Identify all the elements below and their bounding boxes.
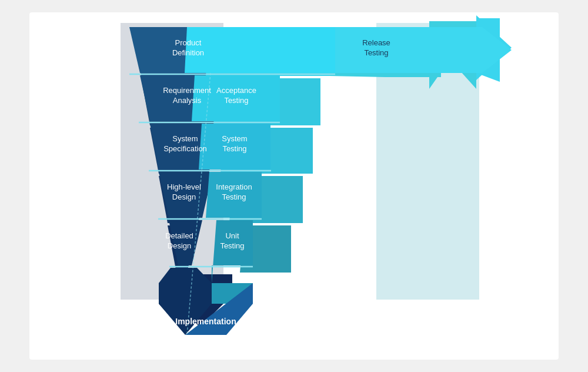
ss-label-2: Specification <box>163 144 207 153</box>
rt-label-1: Release <box>362 38 390 47</box>
pd-label-1: Product <box>175 38 202 47</box>
ut-label-1: Unit <box>225 231 239 240</box>
ra-label-1: Requirenment <box>163 86 211 95</box>
v-model-diagram: Product Definition Requirenment Analysis… <box>29 12 559 360</box>
ut-block <box>212 220 253 283</box>
pd-label-2: Definition <box>172 48 204 57</box>
ss-label-1: System <box>172 134 198 143</box>
at-label-2: Testing <box>224 96 248 105</box>
dd-label-1: Detailed <box>165 231 193 240</box>
rt-label-2: Testing <box>364 48 388 57</box>
it-label-1: Integration <box>216 182 252 191</box>
ut-label-2: Testing <box>220 241 244 250</box>
at-label-1: Acceptance <box>216 86 256 95</box>
impl-label: Implementation <box>175 317 236 326</box>
rt-block <box>185 27 335 73</box>
it-label-2: Testing <box>222 192 246 201</box>
hd-label-1: High-level <box>167 182 201 191</box>
dd-label-2: Design <box>168 241 191 250</box>
syt-label-2: Testing <box>222 144 246 153</box>
hd-label-2: Design <box>172 192 196 201</box>
ra-label-2: Analysis <box>173 96 202 105</box>
syt-label-1: System <box>222 134 247 143</box>
rt-arrow-head <box>335 27 512 73</box>
